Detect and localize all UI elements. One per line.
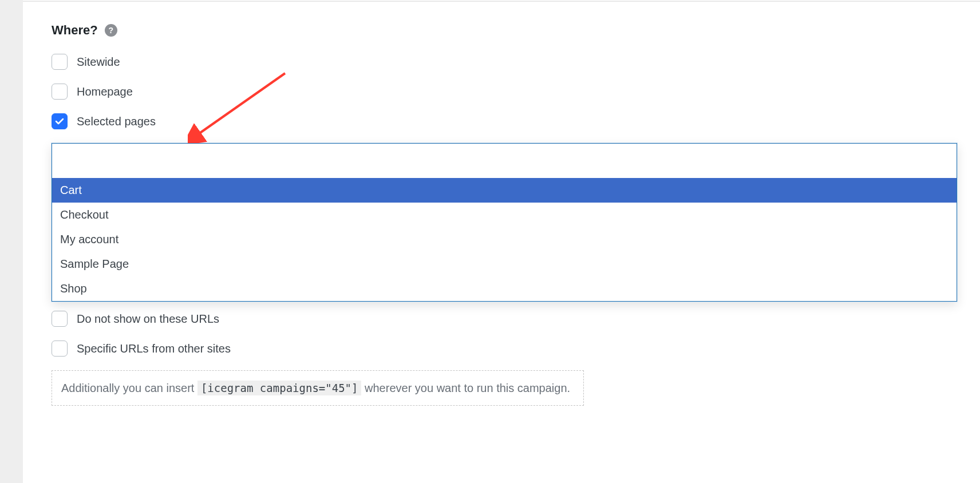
- label-homepage: Homepage: [77, 85, 133, 98]
- label-sitewide: Sitewide: [77, 56, 120, 69]
- dropdown-search-input[interactable]: [60, 144, 949, 178]
- hint-shortcode: [icegram campaigns="45"]: [197, 381, 362, 395]
- option-sitewide[interactable]: Sitewide: [52, 54, 957, 70]
- checkbox-do-not-show-urls[interactable]: [52, 311, 68, 327]
- dropdown-input-row[interactable]: [52, 144, 957, 178]
- option-homepage[interactable]: Homepage: [52, 84, 957, 100]
- dropdown-option[interactable]: Cart: [52, 178, 957, 203]
- checkbox-homepage[interactable]: [52, 84, 68, 100]
- option-do-not-show-urls[interactable]: Do not show on these URLs: [52, 311, 957, 327]
- label-selected-pages: Selected pages: [77, 115, 156, 128]
- dropdown-option[interactable]: My account: [52, 227, 957, 252]
- checkbox-sitewide[interactable]: [52, 54, 68, 70]
- after-dropdown-group: Do not show on these URLs Specific URLs …: [52, 311, 957, 406]
- option-specific-urls-other-sites[interactable]: Specific URLs from other sites: [52, 341, 957, 357]
- dropdown-option[interactable]: Sample Page: [52, 252, 957, 276]
- dropdown-box: CartCheckoutMy accountSample PageShop: [52, 143, 957, 302]
- page-select-dropdown[interactable]: CartCheckoutMy accountSample PageShop: [52, 143, 957, 302]
- shortcode-hint: Additionally you can insert [icegram cam…: [52, 370, 584, 406]
- label-specific-urls-other-sites: Specific URLs from other sites: [77, 342, 231, 355]
- checkbox-specific-urls-other-sites[interactable]: [52, 341, 68, 357]
- top-divider: [23, 0, 980, 2]
- help-icon[interactable]: ?: [105, 24, 117, 37]
- checkbox-selected-pages[interactable]: [52, 113, 68, 129]
- section-title: Where?: [52, 23, 98, 38]
- dropdown-options-list: CartCheckoutMy accountSample PageShop: [52, 178, 957, 301]
- hint-after: wherever you want to run this campaign.: [365, 382, 570, 394]
- annotation-arrow-icon: [188, 69, 291, 143]
- where-section: Where? ? Sitewide Homepage Selected page…: [52, 23, 957, 406]
- left-gutter: [0, 0, 23, 483]
- dropdown-option[interactable]: Checkout: [52, 203, 957, 227]
- section-heading-row: Where? ?: [52, 23, 957, 38]
- option-selected-pages[interactable]: Selected pages: [52, 113, 957, 129]
- dropdown-option[interactable]: Shop: [52, 276, 957, 301]
- label-do-not-show-urls: Do not show on these URLs: [77, 312, 219, 326]
- hint-before: Additionally you can insert: [61, 382, 197, 394]
